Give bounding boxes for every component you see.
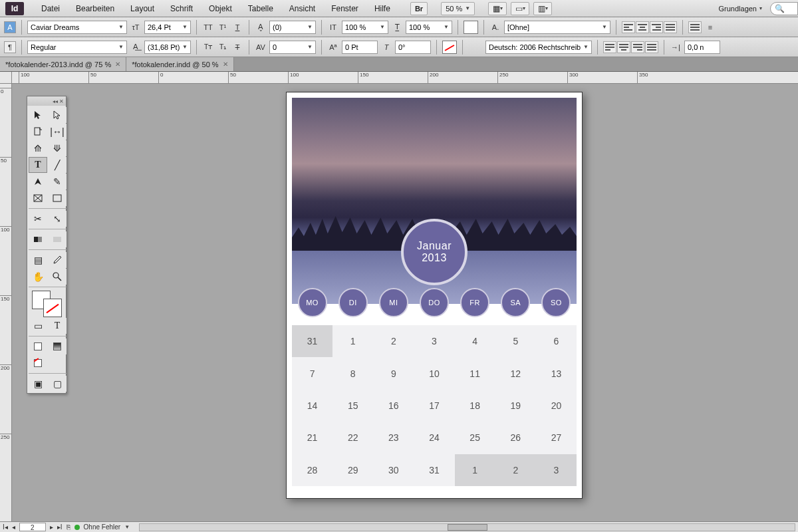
eyedropper-tool[interactable] (48, 252, 66, 268)
scissors-tool[interactable]: ✂ (29, 211, 47, 227)
char-format-mode-button[interactable]: A (4, 21, 16, 33)
menu-datei[interactable]: Datei (33, 0, 68, 17)
workspace-switcher[interactable]: Grundlagen▾ (715, 2, 767, 15)
search-field[interactable]: 🔍 (770, 2, 798, 15)
para-format-mode-button[interactable]: ¶ (4, 41, 16, 53)
font-size-field[interactable]: 26,4 Pt▼ (144, 21, 191, 34)
selection-tool[interactable] (29, 107, 47, 123)
menu-hilfe[interactable]: Hilfe (366, 0, 398, 17)
pen-tool[interactable] (29, 174, 47, 190)
apply-none-button[interactable] (29, 355, 47, 371)
normal-view-button[interactable]: ▣ (29, 376, 47, 392)
close-icon[interactable]: ✕ (223, 61, 228, 68)
optical-margin-field[interactable]: 0,0 n (684, 41, 720, 54)
gradient-feather-tool[interactable] (48, 231, 66, 247)
apply-gradient-button[interactable] (48, 338, 66, 354)
scrollbar-thumb[interactable] (448, 524, 487, 531)
language-field[interactable]: Deutsch: 2006 Rechtschreib▼ (485, 41, 592, 54)
allcaps-icon[interactable]: TT (202, 21, 214, 33)
direct-selection-tool[interactable] (48, 107, 66, 123)
vscale-field[interactable]: 100 %▼ (342, 21, 388, 34)
menu-bearbeiten[interactable]: Bearbeiten (68, 0, 122, 17)
ruler-origin[interactable] (0, 72, 12, 84)
document-page[interactable]: Januar 2013 MODIMIDOFRSASO 3112345678910… (286, 92, 583, 499)
menu-objekt[interactable]: Objekt (201, 0, 240, 17)
align-right-button[interactable] (650, 21, 663, 33)
smallcaps-icon[interactable]: Tᴛ (202, 41, 214, 53)
calendar-day: 21 (292, 422, 332, 454)
next-page-button[interactable]: ▸ (50, 523, 53, 531)
document-tab[interactable]: *fotokalender-2013.indd @ 75 %✕ (0, 57, 126, 71)
vertical-ruler[interactable]: 050100150200250 (0, 84, 12, 521)
first-page-button[interactable]: I◂ (3, 523, 8, 531)
transform-tool[interactable]: ⤡ (48, 211, 66, 227)
align-left-button[interactable] (622, 21, 635, 33)
baseline-field[interactable]: 0 Pt (342, 41, 378, 54)
hand-tool[interactable]: ✋ (29, 269, 47, 285)
tools-panel[interactable]: ◂◂✕ |↔| ⟰ ⟱ T ╱ ✎ ✂ ⤡ ▤ ✋ (27, 96, 66, 394)
tracking-field[interactable]: 0▼ (269, 41, 316, 54)
bridge-button[interactable]: Br (410, 2, 428, 15)
menu-layout[interactable]: Layout (122, 0, 162, 17)
rectangle-frame-tool[interactable] (29, 190, 47, 206)
zoom-dropdown[interactable]: 50 %▼ (441, 2, 475, 15)
content-collector-tool[interactable]: ⟰ (29, 140, 47, 156)
fill-swatch[interactable] (464, 21, 478, 34)
char-style-field[interactable]: [Ohne]▼ (504, 21, 610, 34)
menu-schrift[interactable]: Schrift (162, 0, 201, 17)
pencil-tool[interactable]: ✎ (48, 174, 66, 190)
tools-panel-header[interactable]: ◂◂✕ (27, 96, 66, 106)
close-icon[interactable]: ✕ (115, 61, 120, 68)
subscript-icon[interactable]: T₁ (217, 41, 229, 53)
zoom-tool[interactable] (48, 269, 66, 285)
kerning-field[interactable]: (0)▼ (269, 21, 316, 34)
line-tool[interactable]: ╱ (48, 157, 66, 173)
apply-color-button[interactable] (29, 338, 47, 354)
apply-text-button[interactable]: T (48, 318, 66, 334)
horizontal-ruler[interactable]: 10050050100150200250300350 (12, 72, 798, 84)
justify-button[interactable] (664, 21, 677, 33)
content-placer-tool[interactable]: ⟱ (48, 140, 66, 156)
justify-all-button[interactable] (645, 41, 658, 53)
page-number-field[interactable]: 2 (19, 523, 46, 531)
font-family-field[interactable]: Caviar Dreams▼ (27, 21, 127, 34)
menu-ansicht[interactable]: Ansicht (281, 0, 323, 17)
fill-stroke-swatches[interactable] (29, 289, 66, 317)
type-tool[interactable]: T (29, 157, 47, 173)
skew-field[interactable]: 0° (395, 41, 431, 54)
align-center-button[interactable] (636, 21, 649, 33)
page-tool[interactable] (29, 124, 47, 140)
menu-tabelle[interactable]: Tabelle (240, 0, 281, 17)
hscale-field[interactable]: 100 %▼ (406, 21, 452, 34)
prev-page-button[interactable]: ◂ (12, 523, 15, 531)
last-page-button[interactable]: ▸I (57, 523, 63, 531)
justify-center-button[interactable] (617, 41, 630, 53)
rectangle-tool[interactable] (48, 190, 66, 206)
close-icon[interactable]: ✕ (59, 98, 64, 104)
arrange-button[interactable]: ▥▾ (533, 2, 552, 15)
document-tab[interactable]: *fotokalender.indd @ 50 %✕ (126, 57, 233, 71)
collapse-icon[interactable]: ◂◂ (53, 98, 58, 104)
gap-tool[interactable]: |↔| (48, 124, 66, 140)
justify-left-button[interactable] (603, 41, 616, 53)
menu-fenster[interactable]: Fenster (323, 0, 366, 17)
preview-view-button[interactable]: ▢ (48, 376, 66, 392)
options-icon[interactable]: ≡ (704, 21, 716, 33)
open-nav-icon[interactable]: ⎘ (66, 523, 70, 531)
superscript-icon[interactable]: T¹ (217, 21, 229, 33)
screen-mode-button[interactable]: ▭▾ (511, 2, 529, 15)
stroke-swatch[interactable] (442, 41, 457, 54)
document-canvas[interactable]: ◂◂✕ |↔| ⟰ ⟱ T ╱ ✎ ✂ ⤡ ▤ ✋ (12, 84, 798, 521)
justify-right-button[interactable] (631, 41, 644, 53)
leading-field[interactable]: (31,68 Pt)▼ (144, 41, 191, 54)
font-style-field[interactable]: Regular▼ (27, 41, 127, 54)
horizontal-scrollbar[interactable] (139, 523, 795, 531)
chevron-down-icon[interactable]: ▼ (124, 524, 130, 530)
note-tool[interactable]: ▤ (29, 252, 47, 268)
list-bullet-button[interactable] (688, 21, 702, 33)
view-options-button[interactable]: ▦▾ (488, 2, 507, 15)
gradient-swatch-tool[interactable] (29, 231, 47, 247)
underline-icon[interactable]: T (231, 21, 243, 33)
strike-icon[interactable]: T (231, 41, 243, 53)
apply-container-button[interactable]: ▭ (29, 318, 47, 334)
